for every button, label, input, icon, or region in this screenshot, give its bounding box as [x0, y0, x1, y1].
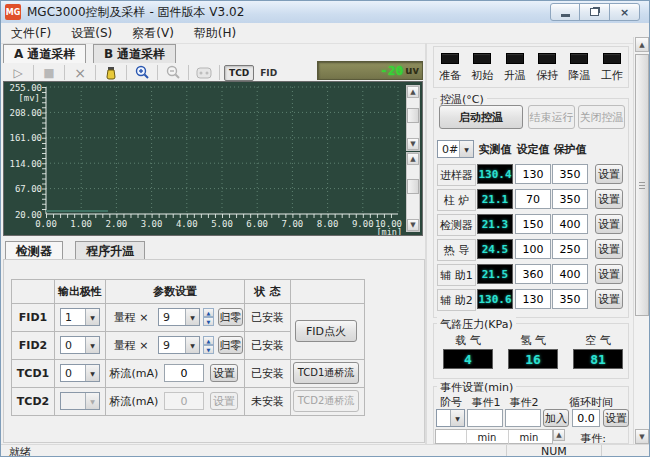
spin-down-icon: ▼	[203, 345, 214, 354]
menu-settings[interactable]: 设置(S)	[61, 23, 122, 43]
spin-up-icon: ▲	[203, 308, 214, 317]
led-off-icon	[570, 53, 588, 64]
restore-button[interactable]	[579, 3, 610, 21]
tcd1-polarity-combo[interactable]: 0▼	[60, 364, 100, 382]
chevron-down-icon[interactable]: ▼	[85, 337, 99, 353]
fid1-range-stepper[interactable]: ▲▼	[203, 308, 214, 326]
y-tick: 255.00	[9, 83, 42, 93]
air-led: 81	[573, 349, 623, 369]
y-axis-unit: [mv]	[18, 93, 40, 103]
temp-row-label: 进样器	[437, 164, 476, 186]
fid1-polarity-combo[interactable]: 1▼	[60, 308, 100, 326]
event2-col-label: 事件2	[507, 395, 541, 410]
temp-protect-input[interactable]	[552, 189, 588, 209]
carrier-gas-led: 4	[443, 349, 493, 369]
chevron-down-icon[interactable]: ▼	[85, 309, 99, 325]
temp-set-button[interactable]: 设置	[595, 264, 623, 284]
temp-set-button[interactable]: 设置	[595, 164, 623, 184]
chevron-down-icon[interactable]: ▼	[450, 410, 464, 426]
tcd1-set-button[interactable]: 设置	[210, 364, 238, 382]
scroll-down-icon[interactable]: ▼	[407, 138, 419, 150]
fid1-range-combo[interactable]: 9▼	[158, 308, 200, 326]
fid-signal-button[interactable]: FID	[256, 66, 281, 80]
chart-plot: 255.00 [mv] 208.00 161.00 114.00 67.00 2…	[4, 82, 404, 235]
chevron-down-icon[interactable]: ▼	[459, 141, 473, 157]
tcd-signal-button[interactable]: TCD	[224, 65, 254, 81]
close-button[interactable]: ×	[609, 3, 640, 21]
indicator-hold: 保持	[536, 53, 558, 83]
y-tick: 208.00	[9, 108, 42, 118]
fid2-polarity-combo[interactable]: 0▼	[60, 336, 100, 354]
chart-scrollbar-lower[interactable]: ▲ ▼	[406, 152, 420, 232]
temp-set-button[interactable]: 设置	[595, 289, 623, 309]
zoom-in-icon	[135, 65, 150, 80]
scroll-down-icon[interactable]: ▼	[407, 219, 419, 231]
temp-set-input[interactable]	[515, 214, 551, 234]
minimize-button[interactable]	[550, 3, 581, 21]
chevron-down-icon[interactable]: ▼	[185, 309, 199, 325]
add-event-button[interactable]: 加入	[543, 409, 569, 427]
scroll-up-icon[interactable]: ▲	[635, 37, 649, 52]
tcd1-bridge-on-button[interactable]: TCD1通桥流	[293, 362, 359, 384]
chevron-down-icon[interactable]: ▼	[85, 365, 99, 381]
stage-combo[interactable]: ▼	[436, 409, 465, 427]
control-panel: 准备 初始 升温 保持 降温 工作 控温(°C) 启动控温 结束运行 关闭控温 …	[429, 43, 633, 444]
fid2-range-stepper[interactable]: ▲▼	[203, 336, 214, 354]
cycle-set-button[interactable]: 设置	[603, 409, 629, 427]
panel-splitter[interactable]	[425, 43, 427, 444]
tab-channel-b[interactable]: B 通道采样	[93, 44, 176, 63]
scroll-down-icon[interactable]: ▼	[635, 429, 649, 444]
temp-protect-input[interactable]	[552, 289, 588, 309]
restore-icon	[590, 8, 599, 16]
temp-set-input[interactable]	[515, 239, 551, 259]
start-temp-control-button[interactable]: 启动控温	[439, 105, 523, 129]
temp-set-input[interactable]	[515, 289, 551, 309]
event1-input[interactable]	[467, 409, 503, 427]
stop-acquisition-button[interactable]: ■	[38, 64, 60, 82]
scroll-thumb[interactable]	[635, 54, 649, 316]
menu-view[interactable]: 察看(V)	[122, 23, 184, 43]
scroll-up-icon[interactable]: ▲	[407, 153, 419, 165]
fid1-zero-button[interactable]: 归零	[218, 308, 243, 326]
event-grid-scroll-up[interactable]: ▲	[553, 429, 565, 441]
temp-set-input[interactable]	[515, 164, 551, 184]
x-tick: 8.00	[317, 219, 339, 229]
oven-selector-combo[interactable]: 0#▼	[437, 140, 474, 158]
event2-input[interactable]	[505, 409, 541, 427]
temp-protect-input[interactable]	[552, 239, 588, 259]
menu-file[interactable]: 文件(F)	[1, 23, 61, 43]
full-view-button[interactable]	[193, 64, 215, 82]
menu-help[interactable]: 帮助(H)	[184, 23, 246, 43]
temp-set-button[interactable]: 设置	[595, 189, 623, 209]
temp-set-button[interactable]: 设置	[595, 239, 623, 259]
clear-button[interactable]: ×	[69, 64, 91, 82]
scroll-thumb[interactable]	[407, 179, 419, 194]
fid-ignite-button[interactable]: FID点火	[295, 320, 357, 342]
start-acquisition-button[interactable]: ▷	[7, 64, 29, 82]
temp-set-button[interactable]: 设置	[595, 214, 623, 234]
play-icon: ▷	[13, 66, 22, 80]
fid2-zero-button[interactable]: 归零	[218, 336, 243, 354]
indicator-initial: 初始	[471, 53, 493, 83]
panel-scrollbar[interactable]: ▲ ▼	[633, 37, 650, 444]
chevron-down-icon[interactable]: ▼	[185, 337, 199, 353]
tab-detector[interactable]: 检测器	[5, 241, 63, 260]
sample-inject-button[interactable]	[100, 64, 122, 82]
tab-channel-a[interactable]: A 通道采样	[3, 44, 86, 63]
temp-protect-input[interactable]	[552, 264, 588, 284]
tcd1-bridge-input[interactable]	[164, 364, 204, 382]
tab-program-temp[interactable]: 程序升温	[75, 241, 145, 260]
indicator-ready: 准备	[439, 53, 461, 83]
temp-set-input[interactable]	[515, 189, 551, 209]
zoom-in-button[interactable]	[131, 64, 153, 82]
temp-protect-input[interactable]	[552, 164, 588, 184]
hydrogen-label: 氢 气	[508, 333, 558, 348]
temp-set-input[interactable]	[515, 264, 551, 284]
zoom-out-button[interactable]	[162, 64, 184, 82]
cycle-time-input[interactable]	[572, 409, 600, 427]
temp-protect-input[interactable]	[552, 214, 588, 234]
scroll-up-icon[interactable]: ▲	[407, 86, 419, 98]
scroll-thumb[interactable]	[407, 108, 419, 123]
chart-scrollbar-upper[interactable]: ▲ ▼	[406, 85, 420, 151]
fid2-range-combo[interactable]: 9▼	[158, 336, 200, 354]
